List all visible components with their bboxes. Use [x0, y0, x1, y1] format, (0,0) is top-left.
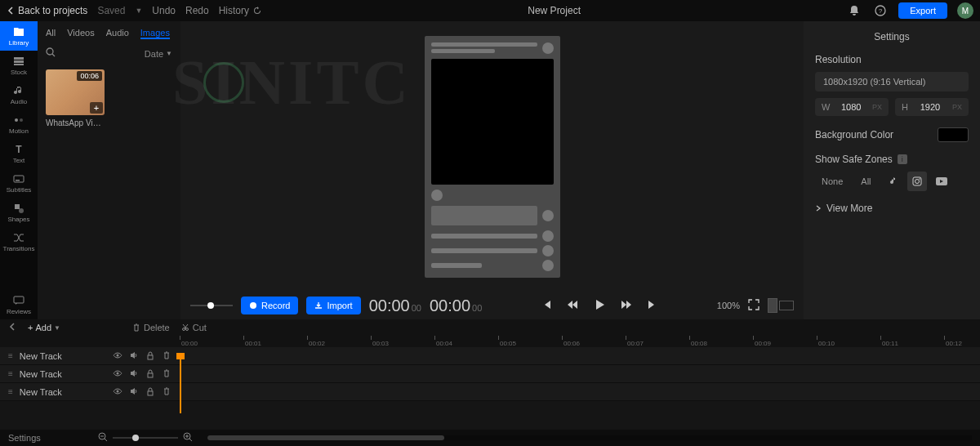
- sidenav-label: Transitions: [3, 245, 35, 252]
- ruler-tick: 00:01: [243, 336, 261, 347]
- time-total: 00:0000: [430, 297, 482, 315]
- library-zoom-slider[interactable]: [190, 305, 233, 306]
- delete-track-icon[interactable]: [162, 368, 172, 380]
- lock-icon[interactable]: [145, 386, 155, 398]
- timeline-zoom-slider[interactable]: [113, 437, 178, 439]
- back-to-projects[interactable]: Back to projects: [7, 5, 87, 16]
- svg-point-14: [250, 302, 256, 309]
- export-button[interactable]: Export: [898, 2, 947, 19]
- timeline-panel: + Add ▼ Delete Cut 00:0000:0100:0200:030…: [0, 319, 980, 446]
- svg-rect-2: [14, 57, 24, 60]
- svg-rect-22: [148, 355, 153, 359]
- drag-handle-icon[interactable]: ≡: [8, 369, 13, 378]
- media-thumbnail[interactable]: 00:06 +: [46, 69, 105, 115]
- import-button[interactable]: Import: [306, 297, 360, 314]
- search-icon[interactable]: [46, 47, 56, 60]
- timeline-cut[interactable]: Cut: [181, 323, 207, 332]
- tab-audio[interactable]: Audio: [106, 28, 129, 39]
- sidenav-library[interactable]: Library: [0, 21, 38, 51]
- track-body[interactable]: [180, 383, 980, 400]
- record-button[interactable]: Record: [241, 297, 298, 314]
- project-title[interactable]: New Project: [272, 5, 836, 16]
- rewind-icon[interactable]: [567, 299, 578, 313]
- safe-all[interactable]: All: [854, 173, 877, 190]
- visibility-icon[interactable]: [113, 368, 122, 380]
- mute-icon[interactable]: [129, 350, 139, 362]
- zoom-percent[interactable]: 100%: [717, 301, 740, 310]
- zoom-in-icon[interactable]: [183, 432, 193, 444]
- sidenav-label: Audio: [11, 98, 27, 105]
- next-frame-icon[interactable]: [647, 299, 658, 313]
- safe-none[interactable]: None: [815, 173, 849, 190]
- timeline-add[interactable]: + Add ▼: [28, 323, 60, 332]
- width-input[interactable]: W1080PX: [815, 98, 889, 116]
- zoom-out-icon[interactable]: [98, 432, 108, 444]
- info-icon[interactable]: i: [898, 154, 907, 164]
- sidenav-text[interactable]: TText: [0, 139, 38, 168]
- bg-color-swatch[interactable]: [938, 127, 969, 142]
- canvas-preview[interactable]: [425, 36, 560, 278]
- history-label: History: [219, 5, 249, 16]
- saved-dropdown[interactable]: ▼: [135, 7, 142, 15]
- avatar[interactable]: M: [957, 2, 973, 19]
- drag-handle-icon[interactable]: ≡: [8, 351, 13, 360]
- visibility-icon[interactable]: [113, 350, 122, 362]
- thumbnail-add-icon[interactable]: +: [90, 102, 103, 114]
- lock-icon[interactable]: [145, 368, 155, 380]
- sidenav-shapes[interactable]: Shapes: [0, 198, 38, 227]
- safe-instagram-icon[interactable]: [907, 172, 927, 191]
- undo-button[interactable]: Undo: [152, 5, 176, 16]
- delete-track-icon[interactable]: [162, 350, 172, 362]
- ruler-tick: 00:04: [434, 336, 452, 347]
- sidenav-subtitles[interactable]: Subtitles: [0, 168, 38, 198]
- svg-rect-24: [148, 373, 153, 377]
- timeline-back-icon[interactable]: [8, 322, 16, 333]
- mute-icon[interactable]: [129, 386, 139, 398]
- tab-all[interactable]: All: [46, 28, 56, 39]
- track-name[interactable]: New Track: [20, 369, 106, 379]
- prev-frame-icon[interactable]: [541, 299, 552, 313]
- svg-point-25: [117, 390, 119, 392]
- ruler-tick: 00:07: [626, 336, 644, 347]
- preview-panel: SINITC Record Import 00: [180, 21, 804, 319]
- timeline-scroll[interactable]: [207, 435, 972, 440]
- ruler-tick: 00:02: [307, 336, 325, 347]
- notification-icon[interactable]: [846, 2, 862, 19]
- tab-videos[interactable]: Videos: [67, 28, 94, 39]
- sidenav-motion[interactable]: Motion: [0, 109, 38, 139]
- track-body[interactable]: [180, 365, 980, 382]
- height-input[interactable]: H1920PX: [895, 98, 969, 116]
- resolution-select[interactable]: 1080x1920 (9:16 Vertical): [815, 72, 969, 91]
- forward-icon[interactable]: [621, 299, 632, 313]
- sidenav-transitions[interactable]: Transitions: [0, 227, 38, 256]
- safe-tiktok-icon[interactable]: [883, 172, 902, 191]
- track-body[interactable]: [180, 347, 980, 364]
- view-more[interactable]: View More: [815, 203, 969, 214]
- visibility-icon[interactable]: [113, 386, 122, 398]
- sort-date[interactable]: Date ▼: [145, 49, 172, 59]
- sidenav-label: Stock: [11, 69, 27, 76]
- timeline-delete[interactable]: Delete: [132, 323, 170, 332]
- track-name[interactable]: New Track: [20, 387, 106, 397]
- mute-icon[interactable]: [129, 368, 139, 380]
- timeline-settings[interactable]: Settings: [8, 433, 41, 443]
- delete-track-icon[interactable]: [162, 386, 172, 398]
- drag-handle-icon[interactable]: ≡: [8, 387, 13, 396]
- aspect-vertical[interactable]: [768, 298, 777, 313]
- tab-images[interactable]: Images: [140, 28, 170, 39]
- lock-icon[interactable]: [145, 350, 155, 362]
- playhead-line[interactable]: [180, 359, 181, 413]
- thumbnail-name: WhatsApp Video 2...: [46, 118, 105, 127]
- play-icon[interactable]: [593, 298, 606, 314]
- sidenav-reviews[interactable]: Reviews: [0, 290, 38, 319]
- sidenav-audio[interactable]: Audio: [0, 80, 38, 109]
- fullscreen-icon[interactable]: [748, 299, 760, 313]
- sidenav-stock[interactable]: Stock: [0, 51, 38, 80]
- track-name[interactable]: New Track: [20, 351, 106, 361]
- aspect-horizontal[interactable]: [779, 301, 794, 310]
- redo-button[interactable]: Redo: [185, 5, 209, 16]
- help-icon[interactable]: ?: [872, 2, 889, 19]
- safe-youtube-icon[interactable]: [932, 172, 951, 191]
- timeline-ruler[interactable]: 00:0000:0100:0200:0300:0400:0500:0600:07…: [180, 336, 980, 347]
- history-button[interactable]: History: [219, 5, 262, 16]
